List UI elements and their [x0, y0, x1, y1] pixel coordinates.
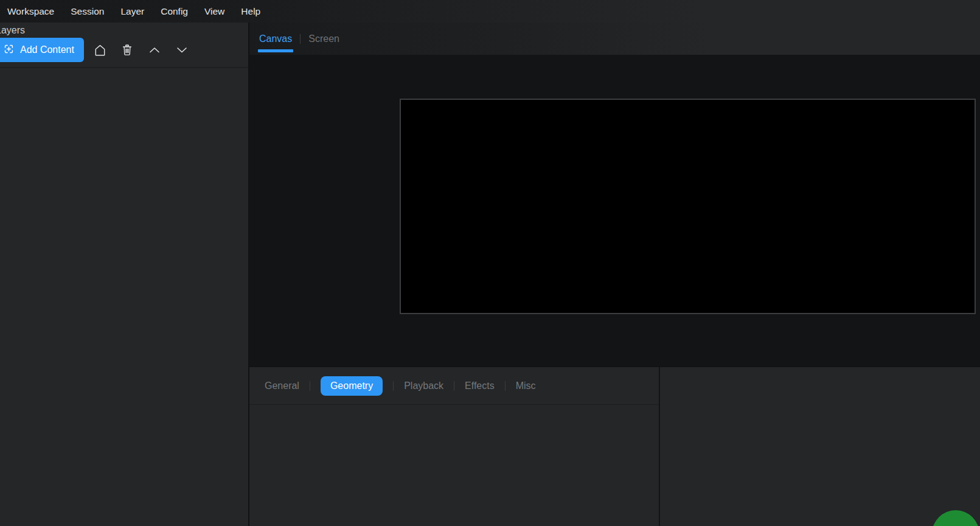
- menu-workspace[interactable]: Workspace: [7, 6, 54, 17]
- menu-help[interactable]: Help: [241, 6, 260, 17]
- add-to-frame-icon: [3, 43, 15, 57]
- home-icon: [93, 43, 107, 57]
- delete-layer-button[interactable]: [119, 42, 135, 58]
- chevron-up-icon: [147, 43, 162, 57]
- tab-geometry[interactable]: Geometry: [321, 376, 383, 396]
- move-layer-down-button[interactable]: [174, 42, 190, 58]
- canvas-viewport[interactable]: [249, 55, 980, 366]
- viewer-panel: Canvas Screen: [249, 23, 980, 367]
- menu-layer[interactable]: Layer: [120, 6, 144, 17]
- screen-output-rectangle[interactable]: [400, 99, 976, 314]
- menu-config[interactable]: Config: [161, 6, 188, 17]
- add-content-button[interactable]: Add Content: [0, 38, 84, 62]
- move-layer-up-button[interactable]: [147, 42, 162, 58]
- chevron-down-icon: [175, 43, 189, 57]
- secondary-panel: [660, 367, 980, 526]
- trash-icon: [120, 43, 134, 57]
- tab-separator: [310, 381, 310, 391]
- application-window: Workspace Session Layer Config View Help…: [0, 0, 980, 526]
- layers-panel-title: Layers: [0, 25, 248, 36]
- tab-screen[interactable]: Screen: [308, 23, 340, 55]
- tab-effects[interactable]: Effects: [465, 380, 495, 391]
- tab-misc[interactable]: Misc: [516, 380, 536, 391]
- properties-panel: General Geometry Playback Effects Misc: [249, 367, 660, 526]
- properties-body: [249, 405, 659, 526]
- layers-toolbar: Add Content: [0, 37, 190, 63]
- viewer-tab-bar: Canvas Screen: [249, 23, 980, 55]
- menu-session[interactable]: Session: [71, 6, 104, 17]
- tab-canvas[interactable]: Canvas: [259, 23, 293, 55]
- green-action-button[interactable]: [932, 510, 979, 526]
- tab-general[interactable]: General: [265, 380, 299, 391]
- tab-separator: [454, 381, 454, 391]
- properties-tab-bar: General Geometry Playback Effects Misc: [249, 367, 659, 405]
- layers-panel: Layers Add Content: [0, 23, 249, 526]
- add-content-label: Add Content: [20, 44, 74, 55]
- tab-playback[interactable]: Playback: [404, 380, 443, 391]
- home-button[interactable]: [92, 42, 108, 58]
- layers-list[interactable]: [0, 68, 248, 526]
- tab-separator: [505, 381, 506, 391]
- tab-separator: [393, 381, 394, 391]
- tab-separator: [300, 34, 301, 44]
- menu-bar: Workspace Session Layer Config View Help: [0, 0, 980, 23]
- menu-view[interactable]: View: [204, 6, 224, 17]
